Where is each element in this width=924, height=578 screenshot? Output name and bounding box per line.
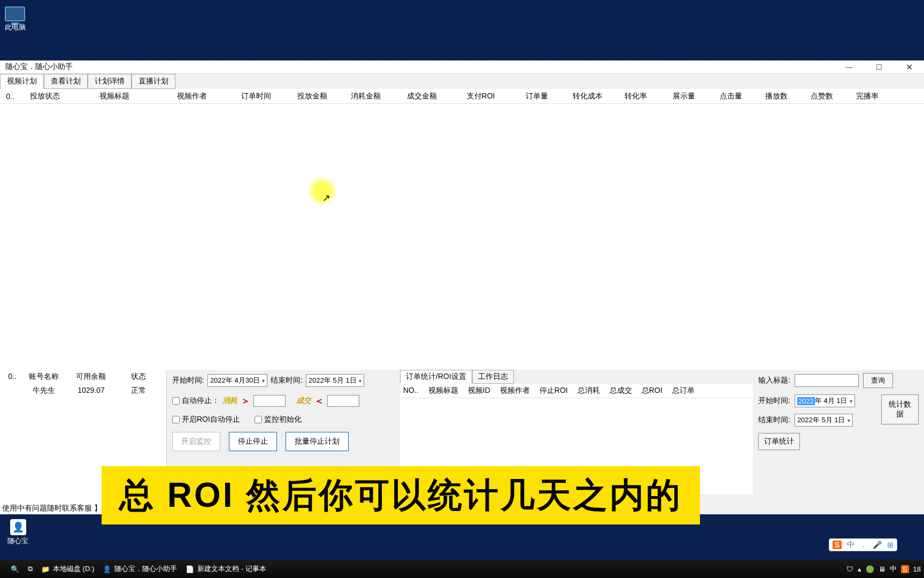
sogou-logo-icon[interactable]: S [833,541,842,549]
main-tabs: 视频计划 查看计划 计划详情 直播计划 [0,74,924,89]
stats-headers: NO.. 视频标题 视频ID 视频作者 停止ROI 总消耗 总成交 总ROI 总… [400,384,753,398]
start-monitor-button[interactable]: 开启监控 [172,432,220,451]
search-icon[interactable]: 🔍 [11,565,19,573]
tab-plan-detail[interactable]: 计划详情 [88,74,132,89]
col-order-qty: 订单量 [510,92,564,101]
tray-app-icon[interactable]: 👤 随心宝 [7,519,28,546]
acct-col-no: 0.. [4,372,20,382]
filter-start-label: 开始时间: [758,396,790,406]
roi-auto-stop-checkbox[interactable]: 开启ROI自动停止 [172,415,240,424]
col-plays: 播放数 [753,92,799,101]
acct-name: 牛先生 [20,386,67,396]
grid-icon[interactable]: ⊞ [887,541,894,549]
notepad-icon: 📄 [186,565,194,573]
sub-tab-work-log[interactable]: 工作日志 [472,370,514,384]
deal-label: 成交 [296,396,311,406]
stats-col-total-consume: 总消耗 [578,386,600,396]
disk-label: 本地磁盘 (D:) [53,564,94,574]
tab-view-plan[interactable]: 查看计划 [44,74,88,89]
stats-col-total-roi: 总ROI [642,386,663,396]
query-button[interactable]: 查询 [863,373,893,388]
col-convert-cost: 转化成本 [564,92,612,101]
app1-icon: 👤 [103,565,111,573]
monitor-init-checkbox[interactable]: 监控初始化 [255,415,302,424]
col-complete-rate: 完播率 [844,92,890,101]
tab-live-plan[interactable]: 直播计划 [132,74,175,89]
stats-col-stop-roi: 停止ROI [540,386,568,396]
acct-no [4,386,20,396]
taskbar[interactable]: 🔍 ⧉ 📁 本地磁盘 (D:) 👤 随心宝．随心小助手 📄 新建文本文档 - 记… [0,560,924,578]
tray-flag-icon[interactable]: 🟢 [866,565,874,573]
tray-chevron-icon[interactable]: ▴ [858,565,861,573]
stats-col-title: 视频标题 [428,386,458,396]
mic-icon[interactable]: 🎤 [873,541,882,549]
tab-video-plan[interactable]: 视频计划 [0,74,44,89]
batch-stop-button[interactable]: 批量停止计划 [286,432,349,451]
column-headers: 0.. 投放状态 视频标题 视频作者 订单时间 投放金额 消耗金额 成交金额 支… [0,89,924,104]
col-deal-amount: 成交金额 [392,92,451,101]
taskbar-disk[interactable]: 📁 本地磁盘 (D:) [41,564,94,574]
filter-end-date[interactable]: 2022年 5月 1日 [795,414,853,427]
col-video-author: 视频作者 [157,92,227,101]
ime-bar[interactable]: S 中 ， 🎤 ⊞ [829,538,897,551]
account-row[interactable]: 牛先生 1029.07 正常 [0,384,166,398]
this-pc-label: 此电脑 [2,22,28,32]
start-date-picker[interactable]: 2022年 4月30日 [207,374,267,387]
tray-zhong[interactable]: 中 [890,564,897,574]
consume-label: 消耗 [222,396,237,406]
col-impressions: 展示量 [660,92,708,101]
ime-lang[interactable]: 中 [847,540,854,550]
tray-s-icon[interactable]: S [901,565,909,573]
tray-net-icon[interactable]: 🖥 [879,565,886,573]
consume-input[interactable] [253,395,286,407]
acct-col-status: 状态 [115,372,162,382]
titlebar: 随心宝．随心小助手 — ☐ ✕ [0,60,924,74]
maximize-button[interactable]: ☐ [864,60,894,74]
data-grid-body[interactable] [0,104,924,383]
filter-end-label: 结束时间: [758,415,790,425]
col-order-time: 订单时间 [227,92,286,101]
stats-col-video-id: 视频ID [468,386,490,396]
taskbar-app2[interactable]: 📄 新建文本文档 - 记事本 [186,564,266,574]
app-window: 随心宝．随心小助手 — ☐ ✕ 视频计划 查看计划 计划详情 直播计划 0.. … [0,60,924,514]
roi-auto-stop-input[interactable] [172,416,180,423]
task-view-icon[interactable]: ⧉ [28,565,33,573]
col-likes: 点赞数 [799,92,844,101]
subtitle-overlay: 总 ROI 然后你可以统计几天之内的 [102,466,700,524]
acct-balance: 1029.07 [67,386,114,396]
col-clicks: 点击量 [708,92,753,101]
close-button[interactable]: ✕ [894,60,924,74]
stop-button[interactable]: 停止停止 [229,432,277,451]
filter-title-label: 输入标题: [758,376,790,385]
window-controls: — ☐ ✕ [834,60,924,74]
filter-title-input[interactable] [795,374,859,387]
tray-shield-icon[interactable]: 🛡 [846,565,853,573]
start-time-label: 开始时间: [172,376,204,385]
sub-tabs: 订单统计/ROI设置 工作日志 [400,370,753,384]
end-date-picker[interactable]: 2022年 5月 1日 [306,374,364,387]
ime-punct[interactable]: ， [860,540,867,550]
sub-tab-order-stats[interactable]: 订单统计/ROI设置 [400,370,472,384]
acct-status: 正常 [115,386,162,396]
acct-col-name: 账号名称 [20,372,67,382]
minimize-button[interactable]: — [834,60,864,74]
deal-input[interactable] [327,395,359,407]
col-video-title: 视频标题 [72,92,157,101]
stats-col-author: 视频作者 [500,386,530,396]
account-headers: 0.. 账号名称 可用余额 状态 [0,370,166,384]
order-stats-button[interactable]: 订单统计 [758,433,800,450]
footer-note: 使用中有问题随时联系客服 】 [0,503,104,514]
monitor-init-input[interactable] [255,416,262,423]
auto-stop-checkbox[interactable]: 自动停止： [172,396,219,406]
taskbar-app1[interactable]: 👤 随心宝．随心小助手 [103,564,177,574]
lt-icon: ＜ [314,394,324,407]
stats-data-button[interactable]: 统计数据 [881,394,919,424]
col-no: 0.. [2,92,18,101]
auto-stop-input[interactable] [172,397,180,405]
col-convert-rate: 转化率 [612,92,660,101]
col-status: 投放状态 [18,92,72,101]
taskbar-left: 🔍 ⧉ 📁 本地磁盘 (D:) 👤 随心宝．随心小助手 📄 新建文本文档 - 记… [0,564,266,574]
filter-start-date[interactable]: 2022年 4月 1日 [795,394,855,407]
roi-auto-stop-label: 开启ROI自动停止 [182,415,240,424]
this-pc-icon[interactable]: 此电脑 [2,6,28,32]
